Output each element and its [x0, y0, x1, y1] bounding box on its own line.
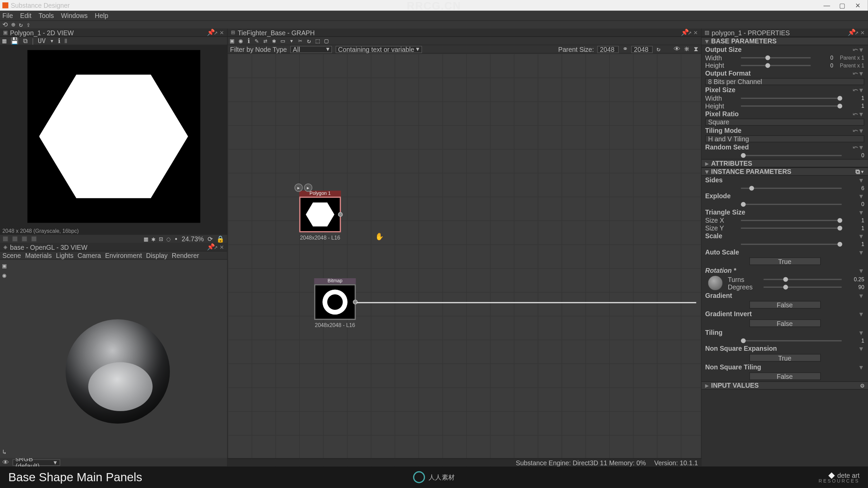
btn-gradient[interactable]: False [749, 301, 821, 309]
popout-icon[interactable]: ↗ [853, 28, 860, 36]
menu-environment[interactable]: Environment [105, 252, 142, 259]
frame-icon[interactable]: ▭ [281, 37, 285, 45]
window-close-button[interactable]: ✕ [850, 1, 866, 9]
hub-icon[interactable]: ✱ [272, 37, 276, 45]
tab-properties[interactable]: polygon_1 - PROPERTIES [712, 29, 790, 36]
reset-icon[interactable]: ⤺ [852, 86, 859, 94]
val-pxw[interactable]: 1 [846, 95, 864, 101]
val-explode[interactable]: 0 [846, 201, 864, 207]
refresh-icon[interactable]: ↻ [307, 37, 311, 45]
tab-2d-view[interactable]: Polygon_1 - 2D VIEW [10, 29, 74, 36]
btn-gradient-invert[interactable]: False [749, 319, 821, 327]
uv-icon[interactable]: UV [38, 37, 46, 45]
refresh-icon[interactable]: ↻ [656, 45, 660, 53]
menu-tools[interactable]: Tools [39, 12, 54, 19]
snap-icon[interactable]: ✱ [152, 235, 156, 243]
reset-icon[interactable]: ⤺ [852, 69, 859, 77]
crop-icon[interactable]: ⊡ [159, 235, 163, 243]
btn-nsq-tiling[interactable]: False [749, 372, 821, 380]
square-icon[interactable]: ▢ [324, 37, 329, 45]
menu-icon[interactable]: ▾ [859, 267, 865, 274]
menu-icon[interactable]: ▾ [859, 143, 865, 151]
select-icon[interactable]: ▣ [230, 37, 234, 45]
reset-icon[interactable]: ⤺ [852, 110, 859, 118]
grid-icon[interactable]: ▦ [144, 235, 148, 243]
swatch-icon[interactable] [31, 236, 37, 242]
colorspace-dropdown[interactable]: sRGB (default) ▾ [13, 459, 60, 466]
slider-explode[interactable] [741, 203, 842, 205]
save-icon[interactable]: 💾 [11, 37, 19, 45]
view-icon[interactable]: 👁 [674, 45, 680, 53]
cut-icon[interactable]: ✂ [298, 37, 302, 45]
close-icon[interactable]: ✕ [219, 243, 225, 251]
rotation-knob[interactable] [708, 275, 723, 291]
menu-file[interactable]: File [2, 12, 13, 19]
window-maximize-button[interactable]: ▢ [834, 1, 850, 9]
menu-lights[interactable]: Lights [56, 252, 74, 259]
slider-height[interactable] [741, 65, 811, 66]
copy-icon[interactable]: ⧉ [855, 168, 860, 176]
redo-icon[interactable]: ↻ [19, 21, 23, 29]
slider-sy[interactable] [741, 227, 842, 229]
section-base-params[interactable]: BASE PARAMETERS [711, 38, 776, 45]
info-icon[interactable]: ℹ [58, 37, 60, 45]
search-input[interactable]: Containing text or variable▾ [336, 45, 422, 53]
view2d-canvas[interactable] [0, 45, 227, 228]
menu-icon[interactable]: ▾ [859, 292, 865, 300]
section-attributes[interactable]: ATTRIBUTES [711, 160, 752, 167]
menu-icon[interactable]: ▾ [859, 310, 865, 318]
view3d-canvas[interactable]: ▣ ◉ ↳ [0, 260, 227, 458]
menu-renderer[interactable]: Renderer [172, 252, 199, 259]
link-icon[interactable]: ⇄ [263, 37, 268, 45]
window-minimize-button[interactable]: — [819, 2, 834, 9]
reset-icon[interactable]: ⤺ [852, 143, 859, 151]
output-port[interactable] [338, 212, 343, 217]
person-icon[interactable]: ⛯ [684, 45, 690, 53]
export-icon[interactable]: ⇪ [26, 21, 31, 29]
slider-pxh[interactable] [741, 105, 842, 106]
btn-nsq-exp[interactable]: True [749, 354, 821, 362]
home-icon[interactable]: ⟲ [2, 21, 8, 29]
slider-degrees[interactable] [764, 286, 842, 288]
pin-icon[interactable]: 📌 [207, 28, 213, 36]
camera-icon[interactable]: ◉ [239, 37, 243, 45]
slider-seed[interactable] [741, 155, 842, 156]
menu-materials[interactable]: Materials [25, 252, 52, 259]
combo-tiling-mode[interactable]: H and V Tiling [705, 135, 864, 142]
val-sy[interactable]: 1 [846, 225, 864, 231]
val-scale[interactable]: 1 [846, 241, 864, 247]
swatch-icon[interactable] [21, 236, 27, 242]
node-polygon[interactable]: ▸▸ Polygon 1 2048x2048 - L16 [299, 191, 341, 241]
slider-sx[interactable] [741, 220, 842, 221]
menu-scene[interactable]: Scene [2, 252, 21, 259]
graph-canvas[interactable]: ▸▸ Polygon 1 2048x2048 - L16 Bitmap 2048… [228, 54, 701, 466]
menu-edit[interactable]: Edit [20, 12, 31, 19]
eyedrop-icon[interactable]: ✎ [255, 37, 259, 45]
val-tiling[interactable]: 1 [846, 338, 864, 344]
section-instance-params[interactable]: INSTANCE PARAMETERS [711, 168, 791, 175]
menu-icon[interactable]: ▾ [859, 176, 865, 184]
swatch-icon[interactable] [2, 236, 8, 242]
histogram-icon[interactable]: ⫴ [64, 37, 67, 45]
connection-wire[interactable] [356, 302, 696, 303]
menu-display[interactable]: Display [146, 252, 167, 259]
info-icon[interactable]: ℹ [248, 37, 250, 45]
val-turns[interactable]: 0.25 [846, 276, 864, 282]
tab-3d-view[interactable]: base - OpenGL - 3D VIEW [10, 243, 87, 250]
diag-icon[interactable]: ⬚ [316, 37, 320, 45]
close-icon[interactable]: ✕ [693, 28, 699, 36]
menu-windows[interactable]: Windows [61, 12, 87, 19]
node-bitmap[interactable]: Bitmap 2048x2048 - L16 [314, 278, 356, 328]
lock-icon[interactable]: 🔒 [216, 235, 225, 243]
slider-width[interactable] [741, 57, 811, 58]
swatch-icon[interactable] [12, 236, 18, 242]
pin-icon[interactable]: 📌 [207, 243, 213, 251]
val-width[interactable]: 0 [815, 55, 833, 61]
reset-icon[interactable]: ⤺ [852, 127, 859, 135]
menu-icon[interactable]: ▾ [859, 110, 865, 118]
menu-icon[interactable]: ▾ [860, 168, 864, 176]
menu-help[interactable]: Help [95, 12, 108, 19]
menu-icon[interactable]: ▾ [859, 345, 865, 352]
reset-icon[interactable]: ⤺ [852, 45, 859, 53]
menu-icon[interactable]: ▾ [859, 363, 865, 371]
